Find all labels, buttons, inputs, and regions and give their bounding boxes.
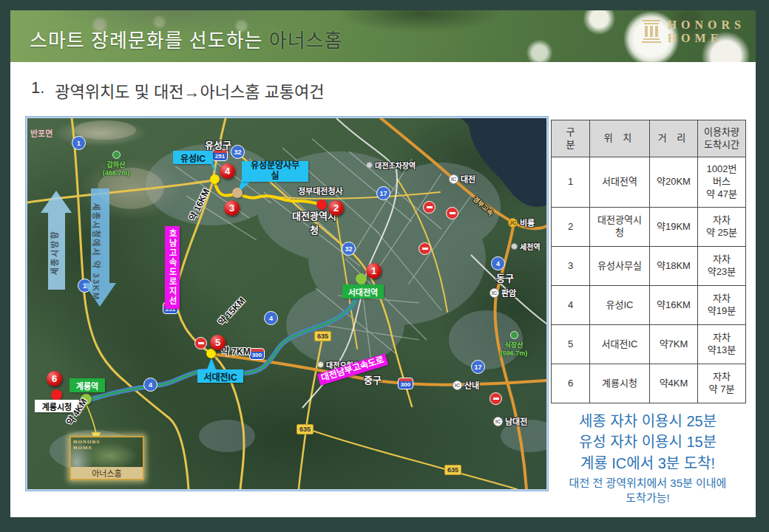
honors-home-inset: HONORS HOME 아너스홈 — [70, 436, 144, 480]
green-dot-seodaejeon-station — [356, 273, 367, 284]
table-row: 1 서대전역 약20KM 1002번 버스 약 47분 — [552, 157, 746, 208]
region-dong: 동구 — [496, 270, 514, 284]
map-marker-2: 2 — [328, 200, 344, 216]
ic-icon: IC — [449, 174, 458, 184]
label-honam-expressway: 호남고속도로지선 — [165, 226, 180, 309]
station-sechon: 세천역 — [511, 241, 541, 252]
map-marker-4: 4 — [220, 163, 235, 179]
route-shield-635: 635 — [444, 465, 461, 475]
traffic-info-table: 구 분 위 치 거 리 이용차량 도착시간 1 서대전역 약20KM 1002번… — [551, 120, 746, 403]
map-marker-5: 5 — [210, 335, 226, 350]
sejong-distance-arrow: 세종시청에서 약 33KM — [84, 188, 116, 307]
summary-line-yuseong: 유성 자차 이용시 15분 — [540, 432, 756, 452]
map-marker-3: 3 — [224, 200, 240, 216]
table-header-distance: 거 리 — [650, 120, 698, 157]
header-banner: 스마트 장례문화를 선도하는 아너스홈 HONORS HOME — [10, 10, 756, 62]
map-marker-1: 1 — [366, 263, 382, 279]
summary-line-gyeryong: 계룡 IC에서 3분 도착! — [540, 453, 756, 474]
summary-line-daejeon: 대전 전 광역위치에서 35분 이내에 도착가능! — [540, 476, 756, 505]
ic-icon: IC — [493, 417, 503, 426]
place-icon — [317, 361, 324, 368]
mountain-icon — [510, 331, 518, 339]
table-row: 5 서대전IC 약7KM 자차 약13분 — [552, 325, 746, 364]
slide-title-number: 1. — [31, 78, 44, 102]
summary-line-sejong: 세종 자차 이용시 25분 — [540, 411, 756, 432]
ic-daejeon: IC 대전 — [449, 173, 475, 185]
route-shield-4: 4 — [491, 256, 505, 270]
table-header-place: 위 치 — [590, 120, 650, 157]
ic-icon: IC — [453, 381, 462, 390]
region-yuseong: 유성구 — [205, 137, 231, 151]
red-dot-gyeryong-cityhall — [51, 389, 62, 400]
red-dot-daejeon-cityhall — [316, 200, 327, 210]
travel-time-summary: 세종 자차 이용시 25분 유성 자차 이용시 15분 계룡 IC에서 3분 도… — [540, 411, 756, 505]
inset-logo: HONORS HOME — [73, 439, 100, 451]
slide-title: 1. 광역위치도 및 대전→아너스홈 교통여건 — [31, 78, 325, 102]
station-jochajang: 대전조차장역 — [366, 160, 416, 171]
slide-content: 스마트 장례문화를 선도하는 아너스홈 HONORS HOME — [10, 10, 756, 517]
ic-sannae: IC 산내 — [453, 379, 479, 391]
presentation-slide: 스마트 장례문화를 선도하는 아너스홈 HONORS HOME — [0, 0, 769, 532]
ic-panam: IC 판암 — [489, 287, 516, 299]
map-marker-6: 6 — [47, 371, 62, 386]
banner-title-accent: 아너스홈 — [269, 30, 343, 52]
table-header-no: 구 분 — [552, 120, 590, 157]
no-entry-icon — [489, 392, 502, 405]
logo-text-bottom: HOME — [668, 32, 745, 45]
logo-text: HONORS HOME — [668, 18, 745, 44]
expressway-shield-300: 300 — [249, 348, 265, 360]
callout-gyeryong-station: 계룡역 — [70, 378, 105, 392]
table-row: 6 계룡시청 약4KM 자차 약 7분 — [552, 364, 746, 403]
table-row: 3 유성사무실 약18KM 자차 약23분 — [552, 247, 746, 286]
region-jung: 중구 — [364, 372, 382, 386]
route-shield-635: 635 — [314, 331, 331, 341]
arrow-up-icon — [41, 191, 72, 213]
banner-title: 스마트 장례문화를 선도하는 아너스홈 — [30, 25, 342, 52]
callout-seodaejeon-station: 서대전역 — [342, 284, 384, 299]
mountain-gapha: 갑하산 (468.7m) — [92, 151, 140, 177]
label-government-complex: 정부대전청사 — [298, 185, 343, 197]
jc-icon: JC — [508, 218, 518, 228]
distance-7km: 약 7KM — [221, 344, 251, 357]
honors-home-logo: HONORS HOME — [641, 18, 745, 44]
yellow-dot-yuseong-ic — [210, 174, 220, 184]
sejong-direction-arrow: 세종시방향 — [41, 191, 72, 290]
slide-title-text: 광역위치도 및 대전→아너스홈 교통여건 — [55, 78, 324, 102]
callout-seodaejeon-ic: 서대전IC — [197, 369, 243, 383]
route-shield-17: 17 — [376, 186, 390, 200]
tan-dot-office — [232, 188, 243, 198]
route-shield-635: 635 — [297, 424, 314, 434]
inset-caption: 아너스홈 — [71, 467, 143, 479]
mountain-icon — [112, 151, 121, 159]
route-shield-17: 17 — [471, 360, 485, 374]
column-logo-icon — [641, 20, 662, 44]
region-banpo: 반포면 — [30, 127, 52, 139]
route-shield-32: 32 — [231, 145, 245, 159]
no-entry-icon — [446, 207, 458, 219]
station-icon — [366, 162, 373, 168]
ic-icon: IC — [489, 288, 499, 298]
route-shield-4: 4 — [264, 311, 278, 325]
route-shield-1: 1 — [72, 136, 86, 150]
logo-text-top: HONORS — [668, 18, 745, 32]
station-icon — [511, 243, 518, 250]
no-entry-icon — [423, 201, 436, 214]
jc-biryong: JC 비룡 — [508, 216, 535, 228]
table-row: 2 대전광역시 청 약19KM 자차 약 25분 — [552, 208, 746, 247]
ic-namdaejeon: IC 남대전 — [493, 415, 527, 427]
yellow-dot-seodaejeon-ic — [206, 349, 216, 358]
banner-title-main: 스마트 장례문화를 선도하는 — [30, 30, 269, 52]
route-shield-4: 4 — [143, 378, 157, 392]
expressway-shield-300: 300 — [398, 378, 413, 389]
table-row: 4 유성IC 약16KM 자차 약19분 — [552, 286, 746, 325]
satellite-map: 반포면 유성구 동구 중구 정부대전청사 대전광역시 청 경부고속 대전조차장역… — [26, 117, 548, 491]
callout-yuseong-office: 유성분양사무 실 — [242, 161, 308, 182]
route-shield-32: 32 — [342, 242, 356, 256]
no-entry-icon — [419, 242, 431, 255]
table-header-time: 이용차량 도착시간 — [698, 120, 746, 157]
mountain-sikjang: 식장산 (596.7m) — [490, 331, 538, 357]
callout-yuseong-ic: 유성IC — [173, 151, 213, 164]
no-entry-icon — [194, 337, 207, 349]
